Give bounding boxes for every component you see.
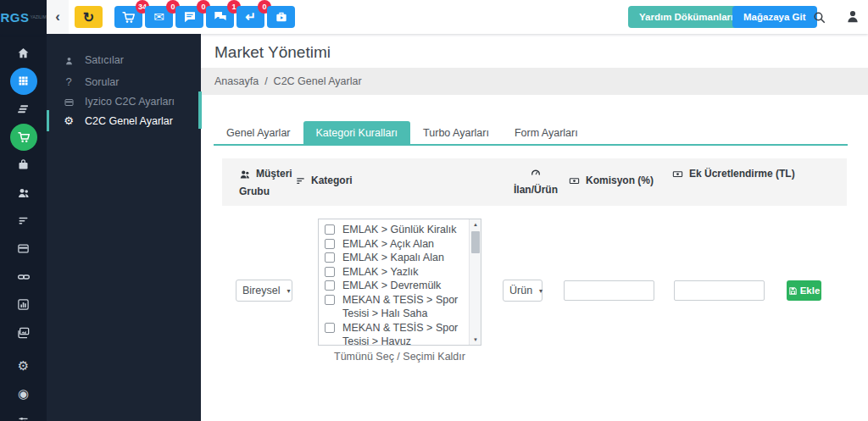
category-option[interactable]: EMLAK > Kapalı Alan <box>319 251 468 265</box>
bar-chart-icon <box>17 298 30 311</box>
tab-turbo-ayarlari[interactable]: Turbo Ayarları <box>410 121 502 145</box>
column-label: İlan/Ürün <box>514 184 558 196</box>
rail-layers-button[interactable] <box>0 95 47 123</box>
sidebar-item-label: Satıcılar <box>85 54 124 66</box>
sidebar-item-label: Sorular <box>85 76 119 88</box>
rail-market-button[interactable] <box>0 123 47 151</box>
refresh-button[interactable]: ↻ <box>75 6 103 28</box>
rail-target-button[interactable]: ◉ <box>0 379 47 407</box>
cart-icon <box>17 130 31 144</box>
go-to-store-button[interactable]: Mağazaya Git <box>732 6 817 28</box>
returns-button[interactable]: ↵ 0 <box>236 6 264 28</box>
sidebar-collapse-icon[interactable]: ‹ <box>49 8 66 26</box>
user-account-icon[interactable] <box>845 8 860 25</box>
add-button-label: Ekle <box>800 285 821 296</box>
scroll-up-icon[interactable]: ▲ <box>470 219 481 230</box>
credit-card-icon <box>17 242 30 255</box>
customer-group-select[interactable]: Bireysel ▾ <box>236 280 292 302</box>
rail-reports-button[interactable] <box>0 291 47 319</box>
media-briefcase-icon <box>275 10 288 24</box>
sidebar-item-label: Iyzico C2C Ayarları <box>85 96 175 108</box>
rail-media-button[interactable] <box>0 319 47 346</box>
tab-bar: Genel Ayarlar Kategori Kuralları Turbo A… <box>214 121 591 145</box>
checkbox[interactable] <box>325 280 335 291</box>
extra-fee-input[interactable] <box>674 280 765 301</box>
tab-kategori-kurallari[interactable]: Kategori Kuralları <box>303 121 411 145</box>
rail-users-button[interactable] <box>0 179 47 207</box>
category-option[interactable]: EMLAK > Devremülk <box>319 279 468 293</box>
category-option[interactable]: MEKAN & TESİS > Spor Tesisi > Halı Saha <box>319 293 468 321</box>
rail-home-button[interactable] <box>0 39 47 67</box>
home-icon <box>17 47 30 59</box>
sidebar-item-saticilar[interactable]: Satıcılar <box>47 49 201 70</box>
rail-settings-button[interactable]: ⚙ <box>0 352 47 379</box>
rail-links-button[interactable] <box>0 263 47 291</box>
add-button[interactable]: Ekle <box>787 280 821 301</box>
column-label: Komisyon (%) <box>586 174 654 186</box>
panel-scrollbar-thumb[interactable] <box>198 91 202 129</box>
category-listbox[interactable]: EMLAK > Günlük Kiralık EMLAK > Açık Alan… <box>318 219 481 346</box>
listbox-scrollbar-thumb[interactable] <box>471 231 480 253</box>
media-button[interactable] <box>267 6 295 28</box>
category-option[interactable]: EMLAK > Günlük Kiralık <box>319 223 468 237</box>
rail-payments-button[interactable] <box>0 235 47 263</box>
logo-suffix: YAZILIM <box>30 14 46 19</box>
gear-icon: ⚙ <box>62 114 75 127</box>
page-title: Market Yönetimi <box>214 43 331 62</box>
breadcrumb-current: C2C Genel Ayarlar <box>274 75 362 87</box>
main-content: Market Yönetimi Anasayfa/C2C Genel Ayarl… <box>201 34 868 421</box>
users-icon <box>239 169 251 180</box>
customer-group-value: Bireysel <box>242 285 280 296</box>
mail-icon: ✉ <box>153 9 164 25</box>
sidebar-item-iyzico-c2c[interactable]: Iyzico C2C Ayarları <box>47 91 201 112</box>
rail-shop-button[interactable] <box>0 151 47 179</box>
return-icon: ↵ <box>245 9 256 25</box>
listing-type-value: Ürün <box>509 285 532 296</box>
select-all-toggle[interactable]: Tümünü Seç / Seçimi Kaldır <box>318 351 481 363</box>
rail-sliders-button[interactable] <box>0 407 47 421</box>
money-bill-icon <box>568 175 581 186</box>
topbar: RGSYAZILIM ‹ ↻ 34 ✉ 0 0 1 ↵ 0 Yardım Dök… <box>0 0 868 34</box>
table-header: Müşteri Grubu Kategori İlan/Ürün Komisyo… <box>222 158 847 206</box>
comment-button[interactable]: 0 <box>175 6 203 28</box>
seller-person-icon <box>62 53 75 66</box>
commission-input[interactable] <box>564 280 654 301</box>
column-musteri-grubu: Müşteri Grubu <box>239 165 295 201</box>
column-label: Kategori <box>311 174 353 186</box>
listbox-scrollbar[interactable]: ▲ ▼ <box>469 219 481 345</box>
search-icon[interactable] <box>812 9 826 25</box>
category-label: EMLAK > Devremülk <box>342 280 441 291</box>
rail-dashboard-button[interactable] <box>0 67 47 95</box>
chat-button[interactable]: 1 <box>206 6 234 28</box>
comment-icon <box>183 10 197 24</box>
breadcrumb-band: Anasayfa/C2C Genel Ayarlar <box>201 68 868 95</box>
checkbox[interactable] <box>325 323 335 333</box>
shop-bag-icon <box>17 158 30 171</box>
listing-type-select[interactable]: Ürün ▾ <box>503 280 542 302</box>
tab-genel-ayarlar[interactable]: Genel Ayarlar <box>214 121 303 145</box>
sidebar-item-c2c-genel[interactable]: ⚙ C2C Genel Ayarlar <box>47 110 201 131</box>
checkbox[interactable] <box>325 239 335 249</box>
app-logo[interactable]: RGSYAZILIM <box>0 0 47 34</box>
sidebar-item-sorular[interactable]: ? Sorular <box>47 71 201 92</box>
rail-orders-button[interactable] <box>0 207 47 235</box>
help-docs-button[interactable]: Yardım Dökümanları <box>628 6 744 28</box>
refresh-icon: ↻ <box>83 9 94 25</box>
checkbox[interactable] <box>325 267 335 277</box>
category-list: EMLAK > Günlük Kiralık EMLAK > Açık Alan… <box>319 223 468 346</box>
category-option[interactable]: EMLAK > Açık Alan <box>319 237 468 252</box>
category-bars-icon <box>295 175 306 186</box>
breadcrumb-home-link[interactable]: Anasayfa <box>214 75 259 87</box>
scroll-down-icon[interactable]: ▼ <box>470 335 481 345</box>
sidebar-panel: Satıcılar ? Sorular Iyzico C2C Ayarları … <box>47 34 201 421</box>
checkbox[interactable] <box>325 252 335 263</box>
tab-form-ayarlari[interactable]: Form Ayarları <box>502 121 591 145</box>
category-option[interactable]: EMLAK > Yazlık <box>319 265 468 280</box>
chevron-down-icon: ▾ <box>280 287 290 295</box>
cart-button[interactable]: 34 <box>114 6 142 28</box>
checkbox[interactable] <box>325 224 335 235</box>
category-option[interactable]: MEKAN & TESİS > Spor Tesisi > Havuz <box>319 321 468 346</box>
mail-button[interactable]: ✉ 0 <box>145 6 173 28</box>
checkbox[interactable] <box>325 295 335 305</box>
logo-text: RGS <box>0 10 29 25</box>
